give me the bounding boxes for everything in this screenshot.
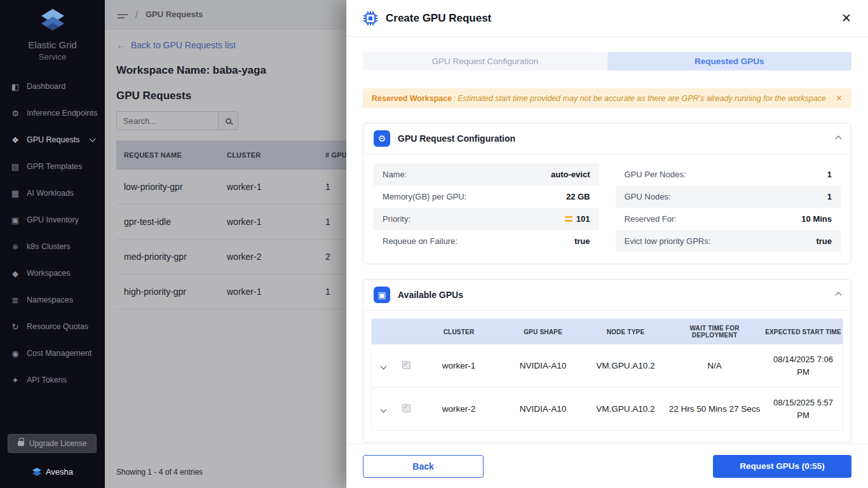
modal-title: Create GPU Request — [386, 12, 491, 25]
modal-tabs: GPU Request Configuration Requested GPUs — [363, 52, 851, 71]
modal-body: GPU Request Configuration Requested GPUs… — [346, 37, 868, 444]
warning-title: Reserved Workspace — [372, 94, 452, 103]
sidebar-item-inference-endpoints[interactable]: ⚙ Inference Endpoints — [0, 100, 105, 126]
available-card-header: ▣ Available GPUs — [363, 280, 851, 311]
row-expand-icon[interactable] — [380, 363, 386, 370]
col-expected-start: EXPECTED START TIME — [764, 323, 843, 341]
sidebar-item-namespaces[interactable]: ≣ Namespaces — [0, 287, 105, 313]
sidebar-item-gpr-templates[interactable]: ▤ GPR Templates — [0, 153, 105, 180]
avesha-logo — [32, 468, 42, 477]
col-cluster: CLUSTER — [417, 323, 500, 341]
collapse-chevron-up-icon[interactable] — [836, 135, 842, 142]
dashboard-icon: ◧ — [10, 82, 20, 92]
tab-requested-gpus[interactable]: Requested GPUs — [607, 52, 852, 71]
gpr-templates-icon: ▤ — [10, 162, 20, 172]
sidebar-item-cost-management[interactable]: ◉ Cost Management — [0, 340, 105, 367]
cost-management-icon: ◉ — [10, 349, 20, 358]
available-gpu-row: worker-1 NVIDIA-A10 VM.GPU.A10.2 N/A 08/… — [372, 344, 843, 388]
sidebar-item-gpu-inventory[interactable]: ▣ GPU Inventory — [0, 207, 105, 233]
modal-header: Create GPU Request ✕ — [346, 0, 868, 37]
row-expand-icon[interactable] — [380, 407, 386, 413]
sidebar: Elastic Grid Service ◧ Dashboard ⚙ Infer… — [0, 0, 105, 488]
available-table-header: CLUSTER GPU SHAPE NODE TYPE WAIT TIME FO… — [372, 319, 843, 344]
brand-title: Elastic Grid — [0, 39, 105, 50]
back-button[interactable]: Back — [363, 455, 484, 478]
warning-close-icon[interactable]: ✕ — [836, 93, 843, 103]
col-gpu-shape: GPU SHAPE — [500, 323, 586, 341]
sidebar-item-dashboard[interactable]: ◧ Dashboard — [0, 73, 105, 100]
gpu-request-configuration-card: ⚙ GPU Request Configuration Name: auto-e… — [363, 123, 851, 264]
available-gpu-chip-icon: ▣ — [374, 287, 390, 303]
field-requeue-on-failure: Requeue on Failure: true — [374, 230, 599, 252]
elastic-grid-logo — [35, 8, 71, 36]
col-node-type: NODE TYPE — [586, 323, 665, 341]
available-card-title: Available GPUs — [398, 290, 463, 300]
available-gpu-row: worker-2 NVIDIA-A10 VM.GPU.A10.2 22 Hrs … — [372, 388, 843, 430]
ai-workloads-icon: ▦ — [10, 189, 20, 198]
upgrade-license-label: Upgrade License — [29, 439, 87, 448]
resource-quotas-icon: ↻ — [10, 322, 20, 332]
close-icon[interactable]: ✕ — [841, 12, 851, 24]
field-gpu-nodes: GPU Nodes: 1 — [616, 186, 841, 208]
brand-subtitle: Service — [0, 52, 105, 62]
field-gpu-per-nodes: GPU Per Nodes: 1 — [616, 163, 841, 186]
config-card-title: GPU Request Configuration — [398, 133, 515, 144]
field-name: Name: auto-evict — [374, 163, 599, 186]
collapse-chevron-up-icon[interactable] — [836, 292, 842, 298]
k8s-clusters-icon: ⎈ — [10, 241, 20, 252]
reserved-workspace-warning: Reserved Workspace : Estimated start tim… — [363, 88, 851, 108]
sidebar-item-k8s-clusters[interactable]: ⎈ k8s Clusters — [0, 233, 105, 260]
field-memory-per-gpu: Memory(GB) per GPU: 22 GB — [374, 186, 599, 208]
sidebar-nav: ◧ Dashboard ⚙ Inference Endpoints ❖ GPU … — [0, 73, 105, 393]
sidebar-item-api-tokens[interactable]: ✦ API Tokens — [0, 367, 105, 393]
namespaces-icon: ≣ — [10, 295, 20, 305]
request-gpus-button[interactable]: Request GPUs (0:55) — [713, 455, 851, 478]
available-gpus-table: CLUSTER GPU SHAPE NODE TYPE WAIT TIME FO… — [371, 318, 843, 431]
tab-gpu-request-configuration[interactable]: GPU Request Configuration — [363, 52, 607, 71]
row-checkbox[interactable] — [402, 404, 410, 412]
sidebar-item-gpu-requests[interactable]: ❖ GPU Requests — [0, 126, 105, 153]
available-gpus-card: ▣ Available GPUs CLUSTER GPU SHAPE NODE … — [363, 279, 851, 443]
sidebar-item-resource-quotas[interactable]: ↻ Resource Quotas — [0, 313, 105, 340]
col-wait-time: WAIT TIME FOR DEPLOYMENT — [665, 319, 764, 344]
gpu-requests-icon: ❖ — [10, 135, 20, 145]
config-card-header: ⚙ GPU Request Configuration — [363, 123, 851, 154]
gpu-inventory-icon: ▣ — [10, 215, 20, 225]
priority-medium-icon — [565, 216, 573, 222]
create-gpu-request-modal: Create GPU Request ✕ GPU Request Configu… — [346, 0, 868, 488]
field-priority: Priority: 101 — [374, 208, 599, 230]
avesha-brand: Avesha — [0, 467, 105, 477]
upgrade-license-button[interactable]: Upgrade License — [8, 434, 97, 453]
api-tokens-icon: ✦ — [10, 376, 20, 385]
lock-icon — [18, 441, 24, 446]
warning-text: : Estimated start time provided may not … — [453, 94, 826, 103]
brand: Elastic Grid Service — [0, 0, 105, 62]
config-gear-icon: ⚙ — [374, 130, 390, 147]
gpu-chip-icon — [363, 11, 378, 26]
chevron-down-icon — [90, 136, 96, 142]
sidebar-item-ai-workloads[interactable]: ▦ AI Workloads — [0, 180, 105, 207]
field-reserved-for: Reserved For: 10 Mins — [616, 208, 841, 230]
row-checkbox[interactable] — [402, 361, 410, 369]
inference-endpoints-icon: ⚙ — [10, 109, 20, 118]
workspaces-icon: ◆ — [10, 269, 20, 278]
avesha-label: Avesha — [46, 467, 73, 477]
field-evict-low-priority: Evict low priority GPRs: true — [616, 230, 841, 252]
modal-footer: Back Request GPUs (0:55) — [346, 444, 868, 488]
sidebar-item-workspaces[interactable]: ◆ Workspaces — [0, 260, 105, 287]
